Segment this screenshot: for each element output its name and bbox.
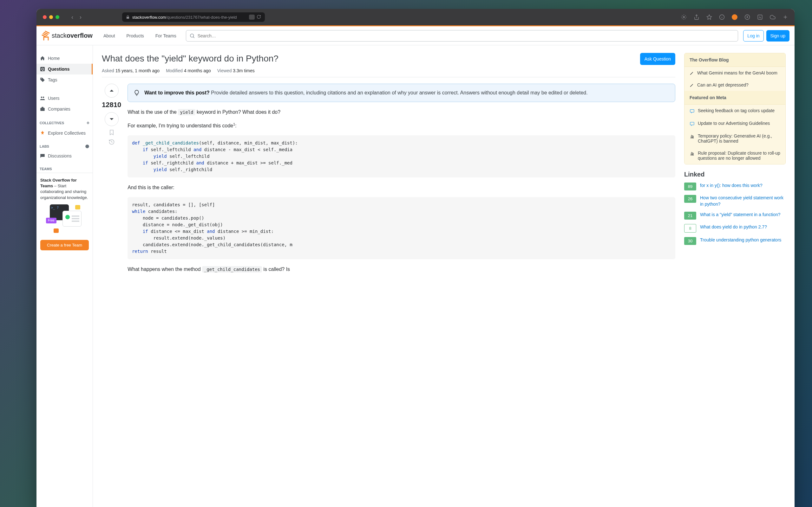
reload-icon[interactable]	[257, 14, 261, 19]
forward-button[interactable]: ›	[80, 14, 82, 20]
sidebar-item-companies[interactable]: Companies	[37, 104, 93, 114]
downvote-button[interactable]	[105, 112, 119, 126]
linked-link[interactable]: How two consecutive yield statement work…	[700, 195, 786, 207]
search-box[interactable]	[186, 30, 739, 42]
sidebar-label: Questions	[48, 66, 69, 72]
nav-about[interactable]: About	[99, 31, 119, 41]
linked-item[interactable]: 26 How two consecutive yield statement w…	[684, 195, 786, 207]
meta-item[interactable]: Temporary policy: Generative AI (e.g., C…	[684, 130, 785, 147]
body-paragraph: And this is the caller:	[128, 184, 675, 191]
create-team-button[interactable]: Create a free Team	[40, 240, 89, 250]
chevron-down-icon	[109, 116, 114, 122]
linked-link[interactable]: What does yield do in python 2.7?	[700, 224, 767, 230]
browser-window: ‹ › stackoverflow.com/questions/231767/w…	[37, 9, 795, 507]
star-icon[interactable]	[706, 14, 712, 20]
teams-promo: Stack Overflow for Teams – Start collabo…	[37, 173, 93, 237]
edit-icon[interactable]	[757, 14, 763, 20]
extension-icon[interactable]	[732, 14, 738, 20]
sidebar-label: Tags	[48, 77, 57, 82]
bookmark-icon[interactable]	[108, 129, 115, 135]
svg-point-0	[683, 16, 685, 18]
blog-widget: The Overflow Blog What Gemini means for …	[684, 53, 786, 164]
code-block-2[interactable]: result, candidates = [], [self] while ca…	[128, 197, 675, 259]
sidebar-item-discussions[interactable]: Discussions	[37, 151, 93, 161]
sidebar-item-tags[interactable]: Tags	[37, 74, 93, 85]
body-paragraph: What is the use of the yield keyword in …	[128, 108, 675, 116]
linked-score: 21	[684, 212, 696, 220]
blog-item[interactable]: What Gemini means for the GenAI boom	[684, 67, 785, 79]
signup-button[interactable]: Sign up	[766, 30, 790, 42]
star-burst-icon	[40, 130, 45, 136]
download-icon[interactable]	[745, 14, 750, 20]
left-sidebar: Home Q Questions Tags Users Companies CO…	[37, 45, 93, 507]
question-content: What does the "yield" keyword do in Pyth…	[102, 53, 675, 499]
meta-item[interactable]: Rule proposal: Duplicate closure to roll…	[684, 147, 785, 164]
linked-item[interactable]: 30 Trouble understanding python generato…	[684, 237, 786, 245]
svg-point-4	[190, 34, 194, 38]
close-window-button[interactable]	[43, 15, 47, 19]
svg-point-9	[43, 97, 44, 98]
body-paragraph: For example, I'm trying to understand th…	[128, 122, 675, 130]
plus-icon[interactable]: +	[87, 120, 90, 126]
vote-column: 12810	[102, 83, 121, 279]
svg-point-7	[41, 78, 42, 79]
post-body: Want to improve this post? Provide detai…	[128, 83, 675, 279]
maximize-window-button[interactable]	[55, 15, 59, 19]
stack-icon	[690, 151, 695, 156]
improve-notice: Want to improve this post? Provide detai…	[128, 83, 675, 102]
back-button[interactable]: ‹	[71, 14, 73, 20]
cloud-icon[interactable]	[770, 14, 775, 20]
widget-header: The Overflow Blog	[684, 53, 785, 67]
code-block-1[interactable]: def _get_child_candidates(self, distance…	[128, 135, 675, 177]
nav-forteams[interactable]: For Teams	[151, 31, 181, 41]
sidebar-item-questions[interactable]: Q Questions	[37, 64, 93, 74]
linked-score: 26	[684, 195, 696, 203]
info-icon[interactable]	[85, 144, 90, 149]
sidebar-item-home[interactable]: Home	[37, 53, 93, 64]
site-header: stackoverflow About Products For Teams L…	[37, 26, 795, 45]
linked-item[interactable]: 89 for x in y(): how does this work?	[684, 182, 786, 190]
speech-icon	[690, 121, 695, 126]
url-bar[interactable]: stackoverflow.com/questions/231767/what-…	[122, 12, 265, 22]
vote-count: 12810	[102, 101, 121, 109]
translate-icon[interactable]	[249, 14, 255, 20]
stack-icon	[690, 134, 695, 139]
labs-heading: LABS	[37, 138, 93, 151]
share-icon[interactable]	[694, 14, 699, 20]
traffic-lights	[43, 15, 59, 19]
upvote-button[interactable]	[105, 83, 119, 98]
logo[interactable]: stackoverflow	[42, 31, 93, 41]
sidebar-item-collectives[interactable]: Explore Collectives	[37, 128, 93, 138]
linked-link[interactable]: Trouble understanding python generators	[700, 237, 781, 243]
minimize-window-button[interactable]	[49, 15, 53, 19]
teams-heading: TEAMS	[37, 161, 93, 173]
history-icon[interactable]	[108, 139, 115, 145]
question-body: 12810 Want to improve this post? Provide…	[102, 83, 675, 279]
svg-rect-13	[690, 122, 694, 125]
question-meta: Asked 15 years, 1 month ago Modified 4 m…	[102, 68, 675, 77]
linked-link[interactable]: for x in y(): how does this work?	[700, 182, 763, 189]
body-paragraph: What happens when the method _get_child_…	[128, 266, 675, 273]
plus-icon[interactable]	[782, 14, 788, 20]
main-area: What does the "yield" keyword do in Pyth…	[93, 45, 795, 507]
lightbulb-icon	[134, 90, 140, 96]
sidebar-item-users[interactable]: Users	[37, 93, 93, 104]
sidebar-label: Users	[48, 96, 60, 101]
linked-item[interactable]: 8 What does yield do in python 2.7?	[684, 224, 786, 233]
speech-icon	[690, 109, 695, 114]
question-title: What does the "yield" keyword do in Pyth…	[102, 53, 278, 64]
svg-text:Q: Q	[41, 67, 44, 71]
login-button[interactable]: Log in	[743, 30, 763, 42]
nav-products[interactable]: Products	[122, 31, 148, 41]
blog-item[interactable]: Can an AI get depressed?	[684, 79, 785, 91]
linked-item[interactable]: 21 What is a "yield" statement in a func…	[684, 212, 786, 220]
pencil-icon	[690, 71, 694, 75]
gear-icon[interactable]	[681, 14, 687, 20]
meta-item[interactable]: Seeking feedback on tag colors update	[684, 105, 785, 117]
ask-question-button[interactable]: Ask Question	[640, 53, 675, 65]
linked-score: 30	[684, 237, 696, 245]
meta-item[interactable]: Update to our Advertising Guidelines	[684, 117, 785, 130]
search-input[interactable]	[198, 33, 735, 38]
info-icon[interactable]	[719, 14, 725, 20]
linked-link[interactable]: What is a "yield" statement in a functio…	[700, 212, 780, 218]
